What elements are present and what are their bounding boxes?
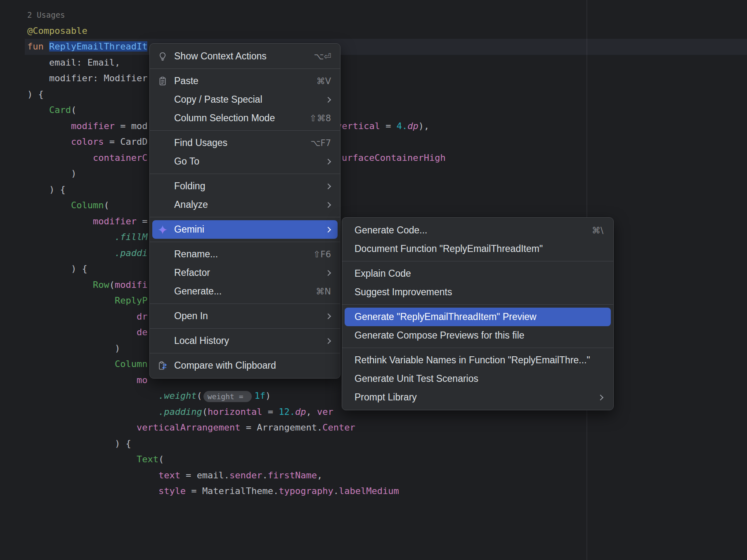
code-token: ) { xyxy=(27,184,66,195)
menu-item-generate-replyemailthreaditem-preview[interactable]: Generate "ReplyEmailThreadItem" Preview xyxy=(345,308,611,326)
menu-separator xyxy=(150,68,340,69)
code-token: = xyxy=(137,216,148,226)
menu-item-shortcut: ⇧F6 xyxy=(313,249,331,259)
code-token: ) xyxy=(27,343,120,353)
menu-item-generate[interactable]: Generate...⌘N xyxy=(152,282,338,301)
menu-item-generate-unit-test-scenarios[interactable]: Generate Unit Test Scenarios xyxy=(345,369,611,388)
code-token: .paddi xyxy=(115,248,147,258)
code-line[interactable]: colors = CardD xyxy=(25,134,747,150)
code-token: colors xyxy=(71,136,104,147)
menu-item-shortcut: ⌥F7 xyxy=(310,138,331,148)
menu-item-generate-compose-previews-for-this-file[interactable]: Generate Compose Previews for this file xyxy=(345,326,611,345)
menu-item-label: Find Usages xyxy=(174,137,300,148)
code-line[interactable]: modifier: Modifier xyxy=(25,71,747,87)
parameter-hint-inlay[interactable]: weight = xyxy=(203,391,252,402)
menu-item-show-context-actions[interactable]: Show Context Actions⌥⏎ xyxy=(152,47,338,66)
gemini-sparkle-icon xyxy=(157,224,168,235)
chevron-right-icon xyxy=(325,313,331,319)
menu-item-find-usages[interactable]: Find Usages⌥F7 xyxy=(152,134,338,152)
code-token: = xyxy=(180,470,197,480)
menu-item-label: Copy / Paste Special xyxy=(174,94,315,105)
code-token: ) { xyxy=(27,438,131,449)
code-line[interactable]: Column( xyxy=(25,198,747,214)
menu-item-label: Show Context Actions xyxy=(174,51,303,62)
code-token xyxy=(27,232,115,242)
menu-item-suggest-improvements[interactable]: Suggest Improvements xyxy=(345,283,611,301)
menu-separator xyxy=(150,353,340,353)
chevron-right-icon xyxy=(325,202,331,207)
menu-item-shortcut: ⇧⌘8 xyxy=(310,113,331,123)
menu-separator xyxy=(150,217,340,217)
code-token: fun xyxy=(27,41,49,52)
code-token xyxy=(27,216,93,226)
menu-item-gemini[interactable]: Gemini xyxy=(152,220,338,239)
blank-icon-slot xyxy=(157,268,168,278)
menu-item-prompt-library[interactable]: Prompt Library xyxy=(345,388,611,407)
code-token: Center xyxy=(322,422,355,433)
code-token xyxy=(27,105,49,115)
menu-item-document-function-replyemailthreaditem[interactable]: Document Function "ReplyEmailThreadItem" xyxy=(345,240,611,258)
code-line[interactable]: ) { xyxy=(25,436,747,452)
menu-item-explain-code[interactable]: Explain Code xyxy=(345,264,611,283)
menu-item-folding[interactable]: Folding xyxy=(152,177,338,195)
menu-separator xyxy=(150,304,340,304)
code-token: typography xyxy=(279,486,333,496)
code-line[interactable]: ) { xyxy=(25,87,747,103)
code-token: vertical xyxy=(336,121,380,131)
blank-icon-slot xyxy=(157,200,168,210)
menu-item-rethink-variable-names-in-function-replyemailthre[interactable]: Rethink Variable Names in Function "Repl… xyxy=(345,351,611,369)
code-token: Text xyxy=(137,454,158,464)
menu-separator xyxy=(150,328,340,329)
code-line[interactable]: containerCurfaceContainerHigh xyxy=(25,150,747,166)
code-token: style xyxy=(158,486,186,496)
menu-item-copy-paste-special[interactable]: Copy / Paste Special xyxy=(152,90,338,109)
menu-item-open-in[interactable]: Open In xyxy=(152,307,338,325)
code-token: .weight xyxy=(158,391,197,401)
code-line[interactable]: Text( xyxy=(25,452,747,468)
code-token: . xyxy=(333,486,339,496)
menu-item-go-to[interactable]: Go To xyxy=(152,152,338,171)
code-token: Card xyxy=(49,105,71,115)
code-line[interactable]: modifier = modvertical = 4.dp), xyxy=(25,118,747,134)
code-token: dp xyxy=(407,121,418,131)
menu-item-paste[interactable]: Paste⌘V xyxy=(152,72,338,90)
code-line[interactable]: verticalArrangement = Arrangement.Center xyxy=(25,420,747,436)
code-token: .fillM xyxy=(115,232,147,242)
code-token xyxy=(27,391,158,401)
menu-item-label: Generate "ReplyEmailThreadItem" Preview xyxy=(355,311,603,322)
blank-icon-slot xyxy=(157,311,168,322)
code-token xyxy=(27,248,115,258)
code-line[interactable]: 2 Usages xyxy=(25,7,747,23)
code-line-current[interactable]: fun ReplyEmailThreadIt xyxy=(25,39,747,55)
menu-item-generate-code[interactable]: Generate Code...⌘\ xyxy=(345,221,611,240)
menu-item-label: Generate Unit Test Scenarios xyxy=(355,373,603,384)
code-line[interactable]: Card( xyxy=(25,102,747,118)
menu-item-refactor[interactable]: Refactor xyxy=(152,264,338,282)
menu-separator xyxy=(342,348,613,348)
code-line[interactable]: ) { xyxy=(25,182,747,198)
code-line[interactable]: text = email.sender.firstName, xyxy=(25,468,747,484)
menu-item-rename[interactable]: Rename...⇧F6 xyxy=(152,245,338,264)
menu-item-local-history[interactable]: Local History xyxy=(152,332,338,350)
menu-separator xyxy=(150,130,340,131)
code-line[interactable]: @Composable xyxy=(25,23,747,39)
code-token: Row xyxy=(93,280,109,290)
code-line[interactable]: email: Email, xyxy=(25,55,747,71)
code-token xyxy=(27,407,158,417)
code-token: 4. xyxy=(397,121,408,131)
menu-item-shortcut: ⌥⏎ xyxy=(314,52,331,61)
code-line[interactable]: ) xyxy=(25,166,747,182)
code-line[interactable]: style = MaterialTheme.typography.labelMe… xyxy=(25,483,747,499)
blank-icon-slot xyxy=(157,94,168,105)
blank-icon-slot xyxy=(157,336,168,346)
menu-item-label: Suggest Improvements xyxy=(355,287,603,298)
code-token: = xyxy=(262,407,279,417)
code-token xyxy=(27,486,158,496)
menu-item-column-selection-mode[interactable]: Column Selection Mode⇧⌘8 xyxy=(152,109,338,127)
code-token xyxy=(27,136,71,147)
code-token: @Composable xyxy=(27,26,87,36)
menu-item-label: Compare with Clipboard xyxy=(174,360,331,371)
menu-item-analyze[interactable]: Analyze xyxy=(152,195,338,214)
menu-item-compare-with-clipboard[interactable]: Compare with Clipboard xyxy=(152,356,338,375)
menu-item-label: Generate... xyxy=(174,286,305,297)
